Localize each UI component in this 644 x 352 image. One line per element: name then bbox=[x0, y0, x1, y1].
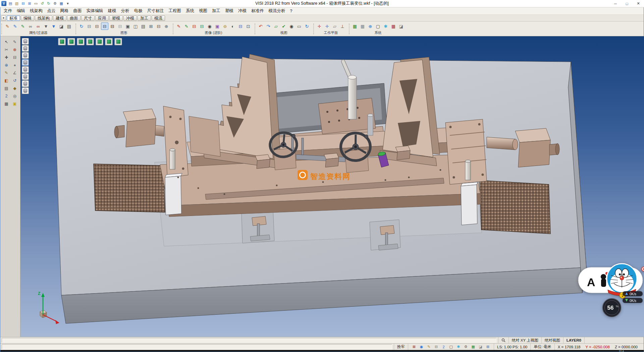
toolbar-tab[interactable]: 编辑 bbox=[21, 15, 34, 21]
cylinder-icon[interactable]: ⊟ bbox=[11, 54, 18, 60]
grid-icon[interactable]: ▦ bbox=[3, 100, 10, 107]
menu-item[interactable]: 点云 bbox=[45, 7, 58, 14]
view-next-icon[interactable]: ↷ bbox=[265, 23, 272, 30]
solid-view-icon[interactable]: ⊟ bbox=[155, 23, 162, 30]
eye-icon[interactable]: ◉ bbox=[206, 23, 213, 30]
ghost-view-icon[interactable]: ⊟ bbox=[116, 23, 124, 30]
contrast-icon[interactable]: ◐ bbox=[229, 23, 236, 30]
box-view-icon[interactable]: ▣ bbox=[124, 23, 131, 30]
toolbar-tab[interactable]: 应用 bbox=[95, 15, 109, 21]
snap-icon[interactable]: ⊕ bbox=[3, 62, 10, 68]
wireframe-view-icon[interactable]: ⊟ bbox=[86, 23, 93, 30]
menu-item[interactable]: 工程图 bbox=[166, 7, 184, 14]
refresh-icon[interactable]: ↻ bbox=[78, 23, 85, 30]
calc-icon[interactable]: ⊞ bbox=[485, 345, 491, 349]
toolbar-tab[interactable]: 尺寸 bbox=[81, 15, 95, 21]
workplane-origin-icon[interactable]: ✛ bbox=[316, 23, 323, 30]
menu-item[interactable]: 文件 bbox=[1, 7, 14, 14]
view-front-icon[interactable] bbox=[77, 38, 85, 45]
menu-item[interactable]: 曲面 bbox=[71, 7, 84, 14]
toolbar-tab[interactable]: 线架构 bbox=[35, 15, 52, 21]
edit-icon[interactable]: ✎ bbox=[11, 39, 18, 45]
edit-mode-icon[interactable]: ✎ bbox=[426, 345, 432, 349]
grid-icon[interactable]: ▦ bbox=[59, 1, 64, 6]
lock-toggle[interactable]: 拴牢 bbox=[394, 344, 408, 350]
angle-measure-icon[interactable]: ∠ bbox=[11, 70, 18, 76]
snowflake-icon[interactable]: ✱ bbox=[382, 23, 389, 30]
trim-icon[interactable]: ✂ bbox=[3, 46, 10, 53]
toolbar-tab[interactable]: 标准 bbox=[7, 15, 20, 21]
gear-icon[interactable]: ⚙ bbox=[463, 345, 469, 349]
toolbar-tab[interactable]: 曲面 bbox=[67, 15, 80, 21]
menu-item[interactable]: 分析 bbox=[119, 7, 132, 14]
hidden-line-icon[interactable]: ⊟ bbox=[93, 23, 101, 30]
menu-item[interactable]: 系统 bbox=[183, 7, 197, 14]
undo-icon[interactable]: ↺ bbox=[40, 1, 45, 6]
attribute-list-icon[interactable]: ▤ bbox=[65, 23, 73, 30]
select-icon[interactable]: ↖ bbox=[3, 39, 10, 45]
snap-point-icon[interactable]: ◉ bbox=[419, 345, 424, 349]
link-icon[interactable]: ∞ bbox=[27, 23, 34, 30]
layer-disc-icon[interactable] bbox=[22, 87, 29, 94]
view-right-icon[interactable] bbox=[86, 38, 94, 45]
menu-item[interactable]: ? bbox=[288, 8, 295, 14]
menu-item[interactable]: 线架构 bbox=[28, 7, 45, 14]
stamp-icon[interactable]: ◆ bbox=[11, 85, 18, 91]
layer-disc-icon[interactable] bbox=[22, 45, 29, 52]
grid-snap-icon[interactable]: ▦ bbox=[470, 345, 476, 349]
layer-disc-icon[interactable] bbox=[22, 66, 29, 73]
menu-item[interactable]: 加工 bbox=[210, 7, 223, 14]
texture-icon[interactable]: ⊡ bbox=[245, 23, 252, 30]
marker-icon[interactable]: ▣ bbox=[11, 100, 18, 107]
strip-grip-icon[interactable] bbox=[22, 38, 29, 45]
view-left-icon[interactable] bbox=[96, 38, 103, 45]
toolbar-tab[interactable]: 塑模 bbox=[109, 15, 123, 21]
globe-icon[interactable]: ⊕ bbox=[367, 23, 374, 30]
layers-view-icon[interactable]: ▤ bbox=[140, 23, 147, 30]
two-d-icon[interactable]: 2 bbox=[441, 345, 446, 349]
screen-icon[interactable]: ▢ bbox=[448, 345, 454, 349]
workplane-normal-icon[interactable]: ⊥ bbox=[339, 23, 346, 30]
attributes-brush-icon[interactable]: ✎ bbox=[11, 23, 19, 30]
freeze-icon[interactable]: ✱ bbox=[455, 345, 461, 349]
color-grid-icon[interactable]: ▦ bbox=[351, 23, 359, 30]
layers-icon[interactable]: ▤ bbox=[3, 85, 10, 91]
camera-icon[interactable]: ▣ bbox=[214, 23, 221, 30]
edit-attributes-icon[interactable]: ✎ bbox=[4, 23, 11, 30]
green-pencil-icon[interactable]: ✎ bbox=[183, 23, 190, 30]
view-previous-icon[interactable]: ↶ bbox=[257, 23, 264, 30]
filter-add-icon[interactable]: ▼ bbox=[50, 23, 57, 30]
sphere-icon[interactable]: ● bbox=[11, 62, 18, 68]
viewport-3d[interactable]: 智造资料网 Z bbox=[20, 36, 644, 337]
gray-grid-icon[interactable]: ▦ bbox=[359, 23, 366, 30]
solid-green-icon[interactable]: ⊟ bbox=[198, 23, 206, 30]
view-iso-icon[interactable] bbox=[58, 38, 66, 45]
light-icon[interactable]: ⊚ bbox=[221, 23, 229, 30]
view-eye-icon[interactable]: ◉ bbox=[288, 23, 295, 30]
view-bottom-icon[interactable] bbox=[114, 38, 122, 45]
palette-icon[interactable]: ◧ bbox=[3, 77, 10, 84]
pencil-icon[interactable]: ✎ bbox=[3, 70, 10, 76]
menu-item[interactable]: 网格 bbox=[58, 7, 71, 14]
open-file-icon[interactable]: ▧ bbox=[14, 1, 19, 6]
menu-item[interactable]: 建模 bbox=[106, 7, 119, 14]
view-frame-icon[interactable]: ▭ bbox=[296, 23, 303, 30]
view-top-icon[interactable] bbox=[67, 38, 75, 45]
menu-item[interactable]: 模流分析 bbox=[266, 7, 288, 14]
quick-access-dropdown-icon[interactable]: ▾ bbox=[65, 1, 70, 6]
toolbar-tab[interactable]: 加工 bbox=[138, 15, 151, 21]
solid-red-icon[interactable]: ⊟ bbox=[191, 23, 198, 30]
toolbar-tab[interactable]: 冲模 bbox=[123, 15, 137, 21]
two-point-icon[interactable]: 2 bbox=[3, 93, 10, 99]
zoom-cube-icon[interactable]: ⊕ bbox=[163, 23, 170, 30]
calculator-icon[interactable]: ▦ bbox=[390, 23, 397, 30]
red-pencil-icon[interactable]: ✎ bbox=[175, 23, 182, 30]
print-icon[interactable]: ▭ bbox=[33, 1, 39, 6]
shaded-view-icon[interactable]: ⊟ bbox=[101, 23, 108, 30]
target-icon[interactable]: ◎ bbox=[11, 93, 18, 99]
close-button[interactable]: ✕ bbox=[633, 0, 644, 7]
view-rotate-icon[interactable]: ↻ bbox=[303, 23, 311, 30]
menu-item[interactable]: 视图 bbox=[197, 7, 210, 14]
save-all-icon[interactable]: ⊞ bbox=[27, 1, 32, 6]
undo-icon[interactable]: ↺ bbox=[11, 77, 18, 84]
